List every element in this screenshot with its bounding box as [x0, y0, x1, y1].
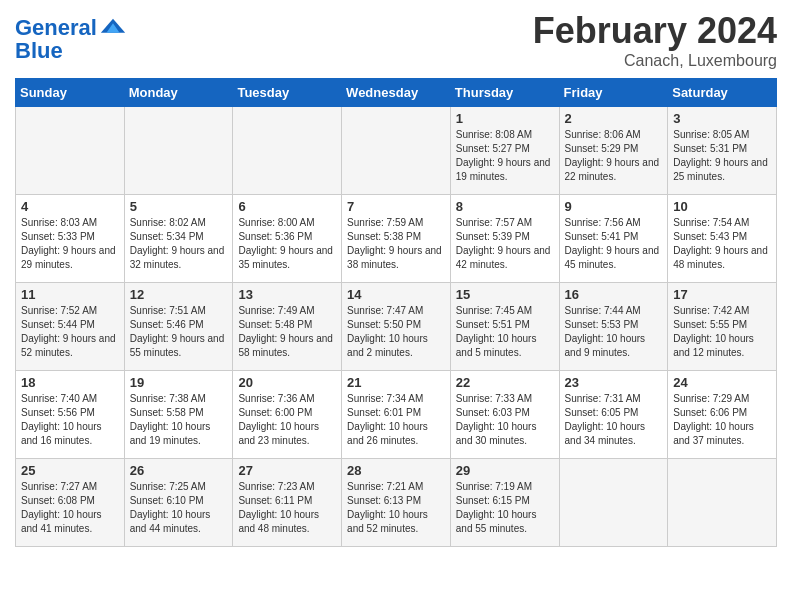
week-row-4: 18Sunrise: 7:40 AM Sunset: 5:56 PM Dayli…	[16, 371, 777, 459]
day-info: Sunrise: 7:49 AM Sunset: 5:48 PM Dayligh…	[238, 304, 336, 360]
calendar-cell: 21Sunrise: 7:34 AM Sunset: 6:01 PM Dayli…	[342, 371, 451, 459]
calendar-cell: 4Sunrise: 8:03 AM Sunset: 5:33 PM Daylig…	[16, 195, 125, 283]
day-number: 1	[456, 111, 554, 126]
day-number: 26	[130, 463, 228, 478]
day-info: Sunrise: 7:54 AM Sunset: 5:43 PM Dayligh…	[673, 216, 771, 272]
col-header-saturday: Saturday	[668, 79, 777, 107]
calendar-header-row: SundayMondayTuesdayWednesdayThursdayFrid…	[16, 79, 777, 107]
logo-text: General	[15, 16, 97, 40]
calendar-cell: 2Sunrise: 8:06 AM Sunset: 5:29 PM Daylig…	[559, 107, 668, 195]
day-info: Sunrise: 7:57 AM Sunset: 5:39 PM Dayligh…	[456, 216, 554, 272]
day-number: 6	[238, 199, 336, 214]
day-info: Sunrise: 7:29 AM Sunset: 6:06 PM Dayligh…	[673, 392, 771, 448]
day-info: Sunrise: 7:38 AM Sunset: 5:58 PM Dayligh…	[130, 392, 228, 448]
calendar-cell: 23Sunrise: 7:31 AM Sunset: 6:05 PM Dayli…	[559, 371, 668, 459]
day-info: Sunrise: 7:19 AM Sunset: 6:15 PM Dayligh…	[456, 480, 554, 536]
calendar-cell	[124, 107, 233, 195]
day-number: 22	[456, 375, 554, 390]
calendar-cell: 19Sunrise: 7:38 AM Sunset: 5:58 PM Dayli…	[124, 371, 233, 459]
calendar-cell: 26Sunrise: 7:25 AM Sunset: 6:10 PM Dayli…	[124, 459, 233, 547]
calendar-cell: 22Sunrise: 7:33 AM Sunset: 6:03 PM Dayli…	[450, 371, 559, 459]
day-number: 15	[456, 287, 554, 302]
week-row-2: 4Sunrise: 8:03 AM Sunset: 5:33 PM Daylig…	[16, 195, 777, 283]
calendar-cell: 11Sunrise: 7:52 AM Sunset: 5:44 PM Dayli…	[16, 283, 125, 371]
calendar-body: 1Sunrise: 8:08 AM Sunset: 5:27 PM Daylig…	[16, 107, 777, 547]
title-block: February 2024 Canach, Luxembourg	[533, 10, 777, 70]
day-number: 28	[347, 463, 445, 478]
day-number: 23	[565, 375, 663, 390]
day-number: 20	[238, 375, 336, 390]
day-number: 11	[21, 287, 119, 302]
day-number: 10	[673, 199, 771, 214]
calendar-cell: 8Sunrise: 7:57 AM Sunset: 5:39 PM Daylig…	[450, 195, 559, 283]
day-number: 27	[238, 463, 336, 478]
calendar-cell: 28Sunrise: 7:21 AM Sunset: 6:13 PM Dayli…	[342, 459, 451, 547]
calendar-cell: 27Sunrise: 7:23 AM Sunset: 6:11 PM Dayli…	[233, 459, 342, 547]
day-info: Sunrise: 8:05 AM Sunset: 5:31 PM Dayligh…	[673, 128, 771, 184]
col-header-monday: Monday	[124, 79, 233, 107]
calendar-cell	[233, 107, 342, 195]
calendar-cell	[559, 459, 668, 547]
day-number: 13	[238, 287, 336, 302]
location: Canach, Luxembourg	[533, 52, 777, 70]
day-info: Sunrise: 7:51 AM Sunset: 5:46 PM Dayligh…	[130, 304, 228, 360]
day-info: Sunrise: 8:02 AM Sunset: 5:34 PM Dayligh…	[130, 216, 228, 272]
calendar-cell: 7Sunrise: 7:59 AM Sunset: 5:38 PM Daylig…	[342, 195, 451, 283]
page-header: General Blue February 2024 Canach, Luxem…	[15, 10, 777, 70]
calendar-table: SundayMondayTuesdayWednesdayThursdayFrid…	[15, 78, 777, 547]
col-header-friday: Friday	[559, 79, 668, 107]
day-info: Sunrise: 7:59 AM Sunset: 5:38 PM Dayligh…	[347, 216, 445, 272]
calendar-cell: 1Sunrise: 8:08 AM Sunset: 5:27 PM Daylig…	[450, 107, 559, 195]
calendar-cell: 17Sunrise: 7:42 AM Sunset: 5:55 PM Dayli…	[668, 283, 777, 371]
day-number: 3	[673, 111, 771, 126]
calendar-cell: 16Sunrise: 7:44 AM Sunset: 5:53 PM Dayli…	[559, 283, 668, 371]
day-info: Sunrise: 8:08 AM Sunset: 5:27 PM Dayligh…	[456, 128, 554, 184]
day-number: 14	[347, 287, 445, 302]
day-number: 17	[673, 287, 771, 302]
day-number: 2	[565, 111, 663, 126]
calendar-cell: 9Sunrise: 7:56 AM Sunset: 5:41 PM Daylig…	[559, 195, 668, 283]
day-number: 7	[347, 199, 445, 214]
calendar-cell: 14Sunrise: 7:47 AM Sunset: 5:50 PM Dayli…	[342, 283, 451, 371]
calendar-cell	[16, 107, 125, 195]
day-number: 16	[565, 287, 663, 302]
day-info: Sunrise: 7:21 AM Sunset: 6:13 PM Dayligh…	[347, 480, 445, 536]
week-row-5: 25Sunrise: 7:27 AM Sunset: 6:08 PM Dayli…	[16, 459, 777, 547]
day-number: 29	[456, 463, 554, 478]
day-number: 8	[456, 199, 554, 214]
calendar-cell	[342, 107, 451, 195]
calendar-cell: 25Sunrise: 7:27 AM Sunset: 6:08 PM Dayli…	[16, 459, 125, 547]
day-info: Sunrise: 7:47 AM Sunset: 5:50 PM Dayligh…	[347, 304, 445, 360]
day-number: 21	[347, 375, 445, 390]
calendar-cell: 15Sunrise: 7:45 AM Sunset: 5:51 PM Dayli…	[450, 283, 559, 371]
col-header-sunday: Sunday	[16, 79, 125, 107]
day-number: 18	[21, 375, 119, 390]
day-info: Sunrise: 8:00 AM Sunset: 5:36 PM Dayligh…	[238, 216, 336, 272]
day-info: Sunrise: 7:27 AM Sunset: 6:08 PM Dayligh…	[21, 480, 119, 536]
day-info: Sunrise: 7:36 AM Sunset: 6:00 PM Dayligh…	[238, 392, 336, 448]
day-info: Sunrise: 7:52 AM Sunset: 5:44 PM Dayligh…	[21, 304, 119, 360]
day-number: 25	[21, 463, 119, 478]
day-info: Sunrise: 7:34 AM Sunset: 6:01 PM Dayligh…	[347, 392, 445, 448]
calendar-cell	[668, 459, 777, 547]
day-info: Sunrise: 7:45 AM Sunset: 5:51 PM Dayligh…	[456, 304, 554, 360]
day-number: 5	[130, 199, 228, 214]
day-info: Sunrise: 7:56 AM Sunset: 5:41 PM Dayligh…	[565, 216, 663, 272]
week-row-1: 1Sunrise: 8:08 AM Sunset: 5:27 PM Daylig…	[16, 107, 777, 195]
day-number: 4	[21, 199, 119, 214]
calendar-cell: 12Sunrise: 7:51 AM Sunset: 5:46 PM Dayli…	[124, 283, 233, 371]
calendar-cell: 5Sunrise: 8:02 AM Sunset: 5:34 PM Daylig…	[124, 195, 233, 283]
day-number: 9	[565, 199, 663, 214]
day-info: Sunrise: 7:42 AM Sunset: 5:55 PM Dayligh…	[673, 304, 771, 360]
calendar-cell: 20Sunrise: 7:36 AM Sunset: 6:00 PM Dayli…	[233, 371, 342, 459]
day-info: Sunrise: 7:33 AM Sunset: 6:03 PM Dayligh…	[456, 392, 554, 448]
calendar-cell: 13Sunrise: 7:49 AM Sunset: 5:48 PM Dayli…	[233, 283, 342, 371]
day-info: Sunrise: 7:25 AM Sunset: 6:10 PM Dayligh…	[130, 480, 228, 536]
day-number: 19	[130, 375, 228, 390]
month-title: February 2024	[533, 10, 777, 52]
col-header-thursday: Thursday	[450, 79, 559, 107]
day-info: Sunrise: 7:23 AM Sunset: 6:11 PM Dayligh…	[238, 480, 336, 536]
calendar-cell: 6Sunrise: 8:00 AM Sunset: 5:36 PM Daylig…	[233, 195, 342, 283]
day-info: Sunrise: 7:31 AM Sunset: 6:05 PM Dayligh…	[565, 392, 663, 448]
col-header-wednesday: Wednesday	[342, 79, 451, 107]
